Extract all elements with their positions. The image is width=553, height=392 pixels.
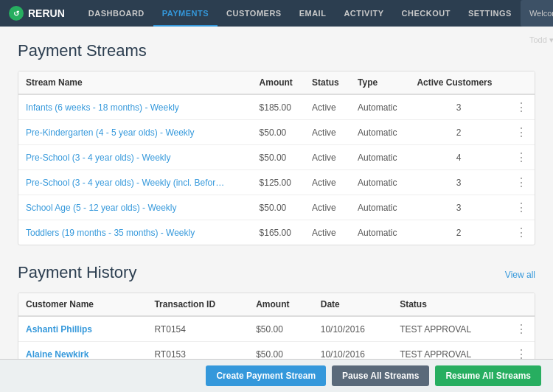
stream-status-cell: Active <box>305 170 350 195</box>
table-row: Ashanti Phillips RT0154 $50.00 10/10/201… <box>18 316 535 342</box>
stream-status-cell: Active <box>305 195 350 220</box>
stream-customers-cell: 3 <box>409 170 508 195</box>
stream-name-cell: Infants (6 weeks - 18 months) - Weekly <box>18 94 252 120</box>
payment-streams-table-container: Stream Name Amount Status Type Active Cu… <box>18 71 535 245</box>
stream-type-cell: Automatic <box>350 120 409 145</box>
table-row: Pre-School (3 - 4 year olds) - Weekly (i… <box>18 170 535 195</box>
date-cell: 10/10/2016 <box>313 316 392 342</box>
nav-links: DASHBOARD PAYMENTS CUSTOMERS EMAIL ACTIV… <box>80 0 521 27</box>
stream-action-dots[interactable]: ⋮ <box>508 120 535 145</box>
stream-status-cell: Active <box>305 120 350 145</box>
nav-email[interactable]: EMAIL <box>291 0 335 27</box>
view-all-link[interactable]: View all <box>505 270 535 280</box>
stream-type-cell: Automatic <box>350 170 409 195</box>
stream-customers-cell: 2 <box>409 120 508 145</box>
col-customer-name: Customer Name <box>18 293 147 316</box>
stream-amount-cell: $165.00 <box>252 220 305 245</box>
transaction-id-cell: RT0154 <box>147 316 248 342</box>
nav-checkout[interactable]: CHECKOUT <box>393 0 459 27</box>
stream-name-cell: Pre-Kindergarten (4 - 5 year olds) - Wee… <box>18 120 252 145</box>
table-row: Infants (6 weeks - 18 months) - Weekly $… <box>18 94 535 120</box>
stream-action-dots[interactable]: ⋮ <box>508 170 535 195</box>
customer-name-cell: Ashanti Phillips <box>18 316 147 342</box>
stream-customers-cell: 4 <box>409 145 508 170</box>
payment-streams-title: Payment Streams <box>18 41 535 60</box>
status-cell: TEST APPROVAL <box>392 316 508 342</box>
stream-type-cell: Automatic <box>350 220 409 245</box>
stream-type-cell: Automatic <box>350 145 409 170</box>
table-row: Toddlers (19 months - 35 months) - Weekl… <box>18 220 535 245</box>
brand-name: RERUN <box>28 7 65 19</box>
stream-action-dots[interactable]: ⋮ <box>508 195 535 220</box>
payment-streams-header-row: Stream Name Amount Status Type Active Cu… <box>18 71 535 94</box>
stream-type-cell: Automatic <box>350 195 409 220</box>
stream-name-cell: Toddlers (19 months - 35 months) - Weekl… <box>18 220 252 245</box>
nav-settings[interactable]: SETTINGS <box>459 0 521 27</box>
pause-all-streams-button[interactable]: Pause All Streams <box>332 365 429 386</box>
stream-customers-cell: 3 <box>409 94 508 120</box>
col-actions-hist <box>508 293 535 316</box>
stream-type-cell: Automatic <box>350 94 409 120</box>
stream-status-cell: Active <box>305 94 350 120</box>
col-actions <box>508 71 535 94</box>
col-status-hist: Status <box>392 293 508 316</box>
stream-status-cell: Active <box>305 145 350 170</box>
col-active-customers: Active Customers <box>409 71 508 94</box>
stream-action-dots[interactable]: ⋮ <box>508 94 535 120</box>
stream-amount-cell: $125.00 <box>252 170 305 195</box>
col-type: Type <box>350 71 409 94</box>
col-date: Date <box>313 293 392 316</box>
stream-amount-cell: $50.00 <box>252 120 305 145</box>
nav-dashboard[interactable]: DASHBOARD <box>80 0 153 27</box>
table-row: Pre-School (3 - 4 year olds) - Weekly $5… <box>18 145 535 170</box>
nav-customers[interactable]: CUSTOMERS <box>218 0 291 27</box>
bottom-bar: Create Payment Stream Pause All Streams … <box>0 359 553 392</box>
nav-payments[interactable]: PAYMENTS <box>153 0 218 27</box>
nav-welcome[interactable]: Welcome, Todd ▾ <box>521 0 553 27</box>
stream-name-cell: School Age (5 - 12 year olds) - Weekly <box>18 195 252 220</box>
stream-amount-cell: $185.00 <box>252 94 305 120</box>
main-content: Payment Streams Stream Name Amount Statu… <box>0 27 553 392</box>
stream-action-dots[interactable]: ⋮ <box>508 220 535 245</box>
stream-status-cell: Active <box>305 220 350 245</box>
payment-streams-table: Stream Name Amount Status Type Active Cu… <box>18 71 535 245</box>
stream-action-dots[interactable]: ⋮ <box>508 145 535 170</box>
stream-amount-cell: $50.00 <box>252 195 305 220</box>
brand-icon: ↺ <box>9 6 24 21</box>
nav-activity[interactable]: ACTIVITY <box>335 0 392 27</box>
stream-name-cell: Pre-School (3 - 4 year olds) - Weekly <box>18 145 252 170</box>
history-action-dots[interactable]: ⋮ <box>508 316 535 342</box>
payment-history-header-row: Customer Name Transaction ID Amount Date… <box>18 293 535 316</box>
col-transaction-id: Transaction ID <box>147 293 248 316</box>
col-amount: Amount <box>252 71 305 94</box>
table-row: School Age (5 - 12 year olds) - Weekly $… <box>18 195 535 220</box>
brand: ↺ RERUN <box>9 6 65 21</box>
col-amount-hist: Amount <box>248 293 313 316</box>
payment-history-header: Payment History View all <box>18 263 535 282</box>
table-row: Pre-Kindergarten (4 - 5 year olds) - Wee… <box>18 120 535 145</box>
navbar: ↺ RERUN DASHBOARD PAYMENTS CUSTOMERS EMA… <box>0 0 553 27</box>
brand-icon-letter: ↺ <box>13 10 19 18</box>
col-status: Status <box>305 71 350 94</box>
col-stream-name: Stream Name <box>18 71 252 94</box>
amount-cell: $50.00 <box>248 316 313 342</box>
stream-customers-cell: 3 <box>409 195 508 220</box>
create-payment-stream-button[interactable]: Create Payment Stream <box>206 365 326 386</box>
resume-all-streams-button[interactable]: Resume All Streams <box>435 365 541 386</box>
stream-customers-cell: 2 <box>409 220 508 245</box>
stream-amount-cell: $50.00 <box>252 145 305 170</box>
stream-name-cell: Pre-School (3 - 4 year olds) - Weekly (i… <box>18 170 252 195</box>
payment-history-title: Payment History <box>18 263 136 282</box>
